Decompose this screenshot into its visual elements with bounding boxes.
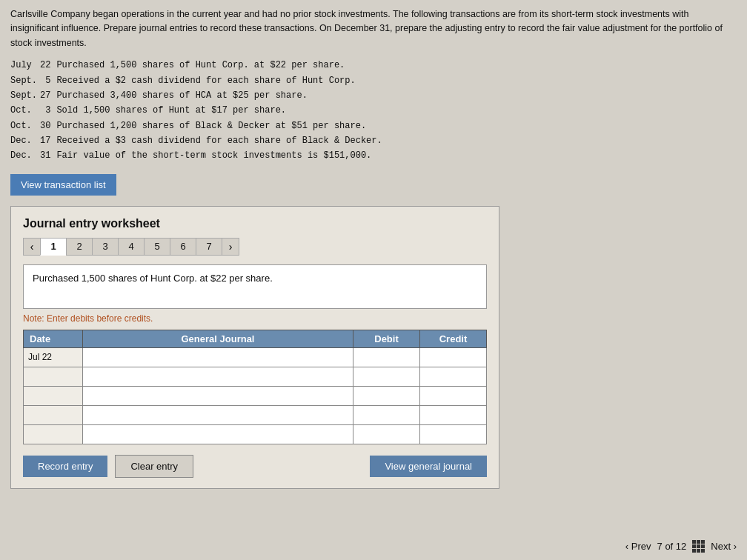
prev-nav[interactable]: ‹ Prev [625,541,651,552]
worksheet-title: Journal entry worksheet [23,217,487,230]
view-transaction-button[interactable]: View transaction list [10,174,116,196]
credit-cell[interactable] [420,405,487,424]
journal-input[interactable] [87,410,348,420]
debit-input[interactable] [358,410,415,420]
table-row [24,424,487,444]
journal-cell[interactable] [83,347,353,367]
tab-4[interactable]: 4 [118,238,145,256]
view-general-journal-button[interactable]: View general journal [370,456,487,477]
transaction-row: Sept.27Purchased 3,400 shares of HCA at … [10,88,385,103]
debit-cell[interactable] [353,367,420,386]
col-debit-header: Debit [353,330,420,347]
tab-prev-button[interactable]: ‹ [23,238,41,256]
action-buttons: Record entry Clear entry View general jo… [23,455,487,478]
record-entry-button[interactable]: Record entry [23,456,107,477]
col-date-header: Date [24,330,83,347]
tab-1[interactable]: 1 [40,238,67,256]
transactions-list: July22Purchased 1,500 shares of Hunt Cor… [10,58,737,164]
note-text: Note: Enter debits before credits. [23,313,487,324]
journal-input[interactable] [87,429,348,439]
journal-input[interactable] [87,371,348,381]
debit-input[interactable] [358,371,415,381]
date-cell: Jul 22 [24,347,83,367]
credit-cell[interactable] [420,424,487,444]
transaction-row: Sept.5Received a $2 cash dividend for ea… [10,73,385,88]
credit-input[interactable] [425,410,482,420]
tab-7[interactable]: 7 [196,238,222,256]
tab-row: ‹ 1 2 3 4 5 6 7 › [23,238,487,256]
date-cell [24,424,83,444]
clear-entry-button[interactable]: Clear entry [115,455,193,478]
transaction-row: Dec.31Fair value of the short-term stock… [10,148,385,163]
page-indicator: 7 of 12 [657,541,687,552]
credit-input[interactable] [425,390,482,401]
debit-input[interactable] [358,429,415,439]
tab-3[interactable]: 3 [92,238,119,256]
grid-view-icon[interactable] [692,540,705,553]
next-nav[interactable]: Next › [711,541,737,552]
debit-cell[interactable] [353,405,420,424]
credit-cell[interactable] [420,386,487,405]
credit-input[interactable] [425,429,482,439]
debit-input[interactable] [358,352,415,362]
tab-next-button[interactable]: › [222,238,239,256]
col-credit-header: Credit [420,330,487,347]
table-row [24,405,487,424]
journal-cell[interactable] [83,367,353,386]
debit-cell[interactable] [353,347,420,367]
journal-cell[interactable] [83,424,353,444]
credit-cell[interactable] [420,367,487,386]
worksheet-container: Journal entry worksheet ‹ 1 2 3 4 5 6 7 … [10,206,499,489]
transaction-row: Oct.3Sold 1,500 shares of Hunt at $17 pe… [10,103,385,118]
col-journal-header: General Journal [83,330,353,347]
tab-5[interactable]: 5 [144,238,170,256]
journal-input[interactable] [87,352,348,362]
table-row [24,386,487,405]
journal-input[interactable] [87,390,348,401]
transaction-row: July22Purchased 1,500 shares of Hunt Cor… [10,58,385,73]
credit-cell[interactable] [420,347,487,367]
date-cell [24,405,83,424]
credit-input[interactable] [425,352,482,362]
problem-description: Carlsville Company began operations in t… [10,7,737,50]
journal-table: Date General Journal Debit Credit Jul 22 [23,330,487,444]
table-row: Jul 22 [24,347,487,367]
tab-6[interactable]: 6 [170,238,196,256]
journal-cell[interactable] [83,405,353,424]
debit-cell[interactable] [353,386,420,405]
debit-input[interactable] [358,390,415,401]
tab-2[interactable]: 2 [66,238,93,256]
description-box: Purchased 1,500 shares of Hunt Corp. at … [23,264,487,309]
transaction-row: Oct.30Purchased 1,200 shares of Black & … [10,119,385,133]
table-row [24,367,487,386]
date-cell [24,367,83,386]
transaction-row: Dec.17Received a $3 cash dividend for ea… [10,133,385,148]
bottom-navigation: ‹ Prev 7 of 12 Next › [625,540,737,553]
date-cell [24,386,83,405]
debit-cell[interactable] [353,424,420,444]
journal-cell[interactable] [83,386,353,405]
credit-input[interactable] [425,371,482,381]
